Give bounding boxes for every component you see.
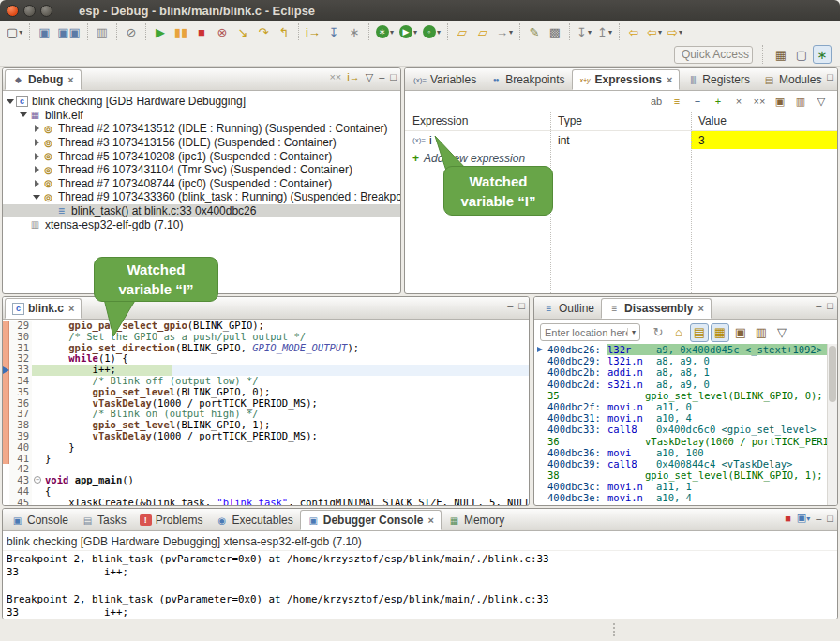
editor-annotation-ruler[interactable] bbox=[3, 343, 9, 354]
debug-tree-item[interactable]: blink.elf bbox=[3, 109, 400, 123]
save-all-icon[interactable]: ▣▣ bbox=[55, 22, 82, 41]
back-history-icon[interactable]: ⇦▾ bbox=[645, 22, 664, 41]
code-line[interactable]: 43−void app_main() bbox=[3, 475, 529, 486]
debug-tree-item[interactable]: blink checking [GDB Hardware Debugging] bbox=[3, 95, 400, 109]
tab-problems[interactable]: Problems bbox=[133, 510, 210, 530]
window-minimize-button[interactable] bbox=[23, 5, 36, 17]
step-over-icon[interactable]: ↷ bbox=[254, 22, 273, 41]
disassembly-instruction[interactable]: 400dbc29:l32i.na8, a9, 0 bbox=[534, 355, 827, 366]
tab-debugger-console[interactable]: Debugger Console× bbox=[300, 510, 442, 530]
disassembly-source-line[interactable]: 35gpio_set_level(BLINK_GPIO, 0); bbox=[534, 390, 827, 401]
column-type[interactable]: Type bbox=[550, 112, 691, 130]
disassembly-instruction[interactable]: 400dbc2f:movi.na11, 0 bbox=[534, 401, 827, 412]
column-expression[interactable]: Expression bbox=[405, 112, 550, 130]
disassembly-instruction[interactable]: 400dbc33:call80x400dc6c0 <gpio_set_level… bbox=[534, 424, 827, 435]
debug-perspective-icon[interactable]: ∗ bbox=[813, 45, 832, 64]
step-return-icon[interactable]: ↰ bbox=[275, 22, 293, 41]
build-icon[interactable]: ▥ bbox=[93, 22, 112, 41]
maximize-icon[interactable]: □ bbox=[827, 514, 833, 524]
editor-annotation-ruler[interactable] bbox=[3, 420, 9, 431]
editor-annotation-ruler[interactable] bbox=[3, 398, 9, 410]
open-perspective-icon[interactable]: ▦ bbox=[772, 45, 790, 64]
java-perspective-icon[interactable]: ▢ bbox=[792, 45, 811, 64]
tab-memory[interactable]: Memory bbox=[442, 510, 511, 530]
minimize-icon[interactable]: – bbox=[816, 514, 821, 524]
expander-down-icon[interactable] bbox=[6, 99, 15, 104]
remove-all-terminated-icon[interactable]: ×× bbox=[329, 72, 341, 82]
disassembly-instruction[interactable]: 400dbc36:movia10, 100 bbox=[534, 447, 827, 458]
tab-variables[interactable]: Variables bbox=[407, 69, 483, 90]
tab-executables[interactable]: Executables bbox=[209, 510, 299, 530]
pin-view-icon[interactable]: ▥ bbox=[752, 323, 771, 342]
editor-annotation-ruler[interactable] bbox=[3, 409, 9, 420]
close-tab-icon[interactable]: × bbox=[667, 74, 672, 85]
debug-tree-item[interactable]: Thread #9 1073433360 (blink_task : Runni… bbox=[3, 190, 400, 204]
code-line[interactable]: 41} bbox=[3, 454, 529, 465]
tab-tasks[interactable]: Tasks bbox=[75, 510, 133, 530]
expander-right-icon[interactable] bbox=[32, 139, 41, 146]
editor-annotation-ruler[interactable] bbox=[3, 387, 9, 398]
expander-right-icon[interactable] bbox=[32, 125, 41, 132]
launch-icon[interactable]: →▾ bbox=[494, 22, 515, 41]
disconnect-icon[interactable]: ⊗ bbox=[213, 22, 232, 41]
disassembly-source-line[interactable]: 36vTaskDelay(1000 / portTICK_PERI bbox=[534, 436, 827, 447]
instruction-stepping-mode-icon[interactable]: i→ bbox=[347, 72, 359, 82]
tab-disassembly[interactable]: Disassembly× bbox=[601, 298, 712, 319]
tab-console[interactable]: Console bbox=[5, 510, 75, 530]
back-icon[interactable]: ⇦ bbox=[624, 22, 643, 41]
close-tab-icon[interactable]: × bbox=[68, 74, 73, 85]
disassembly-instruction[interactable]: 400dbc3c:movi.na11, 1 bbox=[534, 481, 827, 492]
disassembly-instruction[interactable]: 400dbc40:call80x400dc6c0 <gpio_set_level… bbox=[534, 504, 827, 505]
editor-annotation-ruler[interactable] bbox=[3, 454, 9, 465]
run-button-icon[interactable]: ▶▾ bbox=[398, 22, 419, 41]
remove-expression-icon[interactable]: × bbox=[729, 93, 748, 112]
column-value[interactable]: Value bbox=[691, 112, 837, 130]
step-into-icon[interactable]: ↘ bbox=[233, 22, 252, 41]
disassembly-scrollbar[interactable] bbox=[827, 344, 837, 505]
remove-all-expressions-icon[interactable]: ×× bbox=[750, 93, 769, 112]
home-icon[interactable]: ⌂ bbox=[669, 323, 688, 342]
disassembly-instruction[interactable]: 400dbc26:l32ra9, 0x400d045c <_stext+1092… bbox=[534, 344, 827, 355]
tab-outline[interactable]: Outline bbox=[536, 298, 601, 319]
code-line[interactable]: 40 } bbox=[3, 442, 529, 454]
tab-blink-c[interactable]: blink.c× bbox=[5, 298, 82, 319]
debug-tree-item[interactable]: Thread #2 1073413512 (IDLE : Running) (S… bbox=[3, 122, 400, 136]
expander-right-icon[interactable] bbox=[32, 180, 41, 187]
minimize-icon[interactable]: – bbox=[816, 72, 821, 82]
editor-annotation-ruler[interactable] bbox=[3, 486, 9, 498]
code-editor[interactable]: 29 gpio_pad_select_gpio(BLINK_GPIO);30 /… bbox=[3, 320, 529, 505]
skip-all-breakpoints-icon[interactable]: ⊘ bbox=[122, 22, 141, 41]
external-tools-icon[interactable]: ◦▾ bbox=[421, 22, 442, 41]
debug-tree-item[interactable]: xtensa-esp32-elf-gdb (7.10) bbox=[3, 217, 400, 231]
tab-breakpoints[interactable]: Breakpoints bbox=[483, 69, 571, 90]
editor-annotation-ruler[interactable] bbox=[3, 376, 9, 387]
view-menu-icon[interactable]: ▽ bbox=[812, 93, 831, 112]
close-tab-icon[interactable]: × bbox=[428, 514, 433, 526]
disassembly-instruction[interactable]: 400dbc3e:movi.na10, 4 bbox=[534, 492, 827, 503]
display-console-icon[interactable]: ▣▾ bbox=[797, 513, 810, 524]
pin-view-icon[interactable]: ▥ bbox=[791, 93, 810, 112]
editor-annotation-ruler[interactable] bbox=[3, 332, 9, 343]
debug-tree-item[interactable]: Thread #6 1073431104 (Tmr Svc) (Suspende… bbox=[3, 163, 400, 177]
new-wizard-icon[interactable]: ▢▾ bbox=[5, 22, 24, 41]
minimize-icon[interactable]: – bbox=[507, 301, 513, 311]
previous-annotation-icon[interactable]: ↥▾ bbox=[595, 22, 614, 41]
disassembly-instruction[interactable]: 400dbc2d:s32i.na8, a9, 0 bbox=[534, 379, 827, 390]
tab-registers[interactable]: Registers bbox=[680, 69, 757, 90]
annotations-icon[interactable]: ▩ bbox=[546, 22, 564, 41]
window-maximize-button[interactable] bbox=[40, 5, 52, 17]
debug-button-icon[interactable]: ∗▾ bbox=[374, 22, 396, 41]
expander-right-icon[interactable] bbox=[32, 153, 41, 160]
debug-tree-item[interactable]: Thread #3 1073413156 (IDLE) (Suspended :… bbox=[3, 136, 400, 150]
window-close-button[interactable] bbox=[7, 5, 19, 17]
new-view-icon[interactable]: ▣ bbox=[771, 93, 789, 112]
clean-icon[interactable]: ✎ bbox=[525, 22, 544, 41]
suspend-icon[interactable]: ▮▮ bbox=[172, 22, 190, 41]
collapse-all-icon[interactable]: − bbox=[688, 93, 707, 112]
editor-annotation-ruler[interactable] bbox=[3, 353, 9, 365]
use-step-filters-icon[interactable]: ∗ bbox=[345, 22, 364, 41]
expander-down-icon[interactable] bbox=[32, 195, 41, 200]
minimize-icon[interactable]: – bbox=[379, 72, 384, 82]
editor-annotation-ruler[interactable] bbox=[3, 442, 9, 454]
refresh-icon[interactable]: ↻ bbox=[649, 323, 668, 342]
